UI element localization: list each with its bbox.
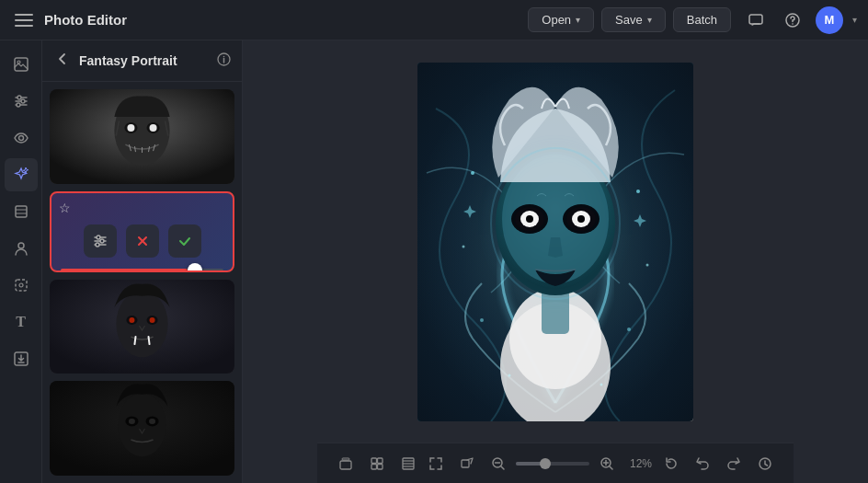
- vampire-thumbnail-art: [50, 280, 234, 374]
- effect-confirm-button[interactable]: [168, 224, 201, 258]
- hamburger-menu-button[interactable]: [11, 7, 37, 33]
- svg-rect-74: [378, 458, 383, 464]
- svg-rect-0: [749, 15, 762, 24]
- stacks-icon: [370, 456, 384, 471]
- undo-icon: [695, 456, 710, 471]
- grid-button[interactable]: [394, 450, 422, 477]
- sidebar-item-layers[interactable]: [5, 195, 38, 228]
- batch-button[interactable]: Batch: [673, 7, 731, 32]
- main-image-art: [417, 63, 693, 421]
- svg-point-64: [636, 190, 640, 193]
- bottom-toolbar: 12%: [317, 443, 794, 483]
- effect-intensity-slider[interactable]: [61, 269, 223, 272]
- svg-point-65: [463, 245, 465, 247]
- canvas-content: [243, 40, 868, 443]
- save-label: Save: [615, 13, 643, 27]
- save-chevron-icon: ▾: [647, 15, 652, 25]
- back-button[interactable]: [53, 50, 72, 72]
- fit-screen-icon: [428, 456, 443, 471]
- slider-thumb[interactable]: [188, 263, 202, 272]
- confirm-check-icon: [178, 235, 191, 247]
- svg-point-45: [129, 419, 135, 424]
- svg-line-84: [501, 466, 504, 469]
- sidebar-item-selection[interactable]: [5, 269, 38, 302]
- main-body: T Fantasy Portrait: [0, 40, 868, 483]
- svg-point-28: [150, 124, 157, 132]
- undo-button[interactable]: [689, 450, 716, 477]
- bottom-toolbar-center: 12%: [422, 450, 657, 477]
- svg-point-4: [17, 61, 20, 63]
- stacks-button[interactable]: [363, 450, 391, 477]
- sidebar-item-image[interactable]: [5, 48, 38, 81]
- svg-point-69: [508, 374, 511, 376]
- cancel-x-icon: [136, 235, 149, 247]
- zoom-in-button[interactable]: [593, 450, 621, 477]
- effect-thumbnail-outerworld: [50, 381, 234, 476]
- outerworld-thumbnail-art: [50, 381, 234, 476]
- people-icon: [13, 240, 29, 257]
- svg-point-46: [149, 419, 155, 424]
- avatar-chevron-icon[interactable]: ▾: [852, 15, 857, 25]
- effects-panel: Fantasy Portrait: [42, 40, 243, 483]
- svg-rect-73: [371, 458, 377, 464]
- star-icon: ☆: [59, 201, 71, 215]
- magic-icon: [13, 167, 29, 183]
- sidebar-item-export[interactable]: [5, 342, 38, 375]
- zoom-slider[interactable]: [516, 462, 589, 466]
- history-button[interactable]: [751, 450, 779, 477]
- svg-point-15: [18, 243, 24, 248]
- panel-items-list: Undead GFX Ai ☆: [42, 82, 242, 483]
- svg-point-68: [627, 328, 631, 331]
- effect-thumbnail-undead: [50, 89, 234, 184]
- header-center: Open ▾ Save ▾ Batch: [528, 7, 731, 32]
- zoom-out-icon: [491, 456, 506, 471]
- effect-settings-button[interactable]: [84, 224, 117, 258]
- effect-card-outerworld[interactable]: Outerworld GFX Ai: [50, 381, 234, 476]
- svg-point-6: [17, 96, 21, 99]
- effect-cancel-button[interactable]: [126, 224, 159, 258]
- zoom-fit-icon: [460, 456, 474, 471]
- svg-point-42: [118, 394, 166, 456]
- svg-point-70: [600, 383, 603, 385]
- effect-card-undead[interactable]: Undead GFX Ai: [50, 89, 234, 184]
- zoom-out-button[interactable]: [485, 450, 512, 477]
- svg-rect-71: [340, 461, 351, 469]
- rotate-ccw-button[interactable]: [657, 450, 685, 477]
- main-image-display: [417, 63, 693, 421]
- effect-card-vampire[interactable]: Vampire GFX Ai: [50, 280, 234, 374]
- save-button[interactable]: Save ▾: [601, 7, 666, 32]
- panel-header: Fantasy Portrait: [42, 40, 242, 82]
- svg-point-40: [150, 317, 155, 323]
- redo-button[interactable]: [720, 450, 748, 477]
- undead-thumbnail-art: [50, 89, 234, 184]
- header-right: M ▾: [742, 6, 857, 34]
- avatar[interactable]: M: [816, 6, 843, 34]
- info-button[interactable]: [217, 52, 231, 69]
- active-card-controls: [61, 224, 223, 258]
- help-icon: [785, 13, 800, 28]
- help-button[interactable]: [779, 6, 806, 34]
- layers-panel-button[interactable]: [332, 450, 360, 477]
- svg-point-32: [100, 239, 104, 243]
- sidebar-item-masks[interactable]: [5, 232, 38, 265]
- sidebar-item-view[interactable]: [5, 121, 38, 155]
- effect-thumbnail-vampire: [50, 280, 234, 374]
- sidebar-item-text[interactable]: T: [5, 305, 38, 339]
- effect-card-active[interactable]: ☆: [50, 191, 234, 272]
- favorite-button[interactable]: ☆: [59, 201, 71, 215]
- layers-icon: [13, 203, 29, 220]
- open-label: Open: [542, 13, 571, 27]
- open-button[interactable]: Open ▾: [528, 7, 594, 32]
- layers-stack-icon: [338, 456, 353, 471]
- svg-point-60: [526, 215, 533, 223]
- sidebar-item-adjustments[interactable]: [5, 85, 38, 118]
- sidebar-item-effects[interactable]: [5, 158, 38, 191]
- svg-point-66: [646, 263, 649, 266]
- fit-screen-button[interactable]: [422, 450, 450, 477]
- hamburger-icon: [15, 14, 33, 27]
- zoom-fit-button[interactable]: [453, 450, 481, 477]
- zoom-thumb[interactable]: [540, 458, 551, 469]
- open-chevron-icon: ▾: [576, 15, 580, 25]
- messages-button[interactable]: [742, 6, 770, 34]
- svg-point-17: [19, 283, 23, 287]
